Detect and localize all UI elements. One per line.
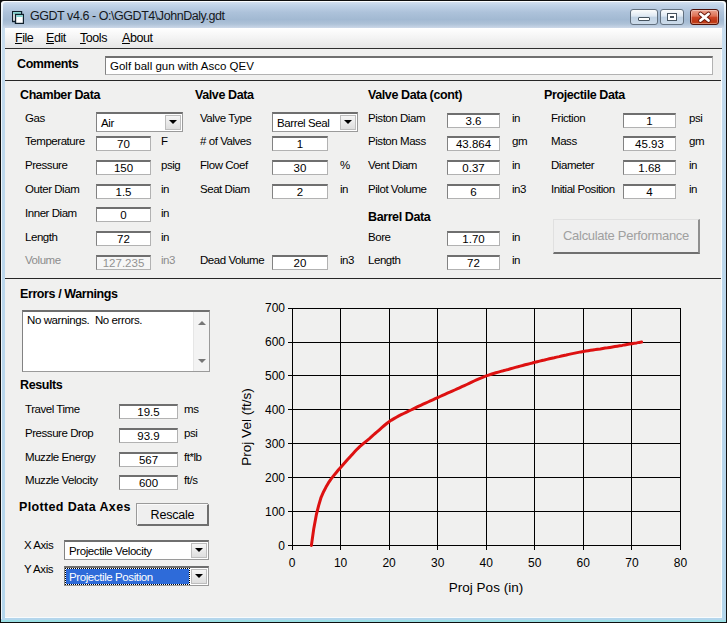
svg-text:200: 200 xyxy=(265,471,285,485)
svg-text:700: 700 xyxy=(265,301,285,315)
svg-text:0: 0 xyxy=(278,539,285,553)
svg-text:100: 100 xyxy=(265,505,285,519)
svg-text:40: 40 xyxy=(480,556,494,570)
svg-text:50: 50 xyxy=(528,556,542,570)
svg-text:10: 10 xyxy=(334,556,348,570)
svg-text:600: 600 xyxy=(265,335,285,349)
svg-text:400: 400 xyxy=(265,403,285,417)
svg-text:0: 0 xyxy=(289,556,296,570)
svg-text:60: 60 xyxy=(577,556,591,570)
svg-text:80: 80 xyxy=(674,556,688,570)
svg-text:30: 30 xyxy=(431,556,445,570)
svg-text:300: 300 xyxy=(265,437,285,451)
svg-text:70: 70 xyxy=(625,556,639,570)
svg-text:Proj Pos (in): Proj Pos (in) xyxy=(449,580,523,595)
svg-text:20: 20 xyxy=(382,556,396,570)
svg-text:500: 500 xyxy=(265,369,285,383)
svg-text:Proj Vel (ft/s): Proj Vel (ft/s) xyxy=(239,388,254,465)
